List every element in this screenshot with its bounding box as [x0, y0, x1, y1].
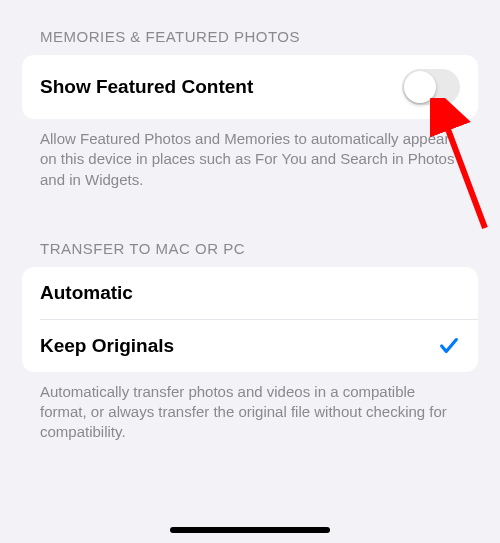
section-header-memories: MEMORIES & FEATURED PHOTOS — [0, 0, 500, 55]
card-transfer: Automatic Keep Originals — [22, 267, 478, 372]
section-footer-transfer: Automatically transfer photos and videos… — [0, 372, 500, 443]
row-keep-originals[interactable]: Keep Originals — [22, 320, 478, 372]
checkmark-icon — [438, 335, 460, 357]
card-featured-content: Show Featured Content — [22, 55, 478, 119]
row-label-featured: Show Featured Content — [40, 76, 253, 98]
row-automatic[interactable]: Automatic — [22, 267, 478, 319]
section-footer-memories: Allow Featured Photos and Memories to au… — [0, 119, 500, 190]
toggle-knob — [404, 71, 436, 103]
row-label-automatic: Automatic — [40, 282, 133, 304]
home-indicator — [170, 527, 330, 533]
row-show-featured-content[interactable]: Show Featured Content — [22, 55, 478, 119]
section-header-transfer: TRANSFER TO MAC OR PC — [0, 190, 500, 267]
toggle-show-featured-content[interactable] — [402, 69, 460, 105]
row-label-keep-originals: Keep Originals — [40, 335, 174, 357]
